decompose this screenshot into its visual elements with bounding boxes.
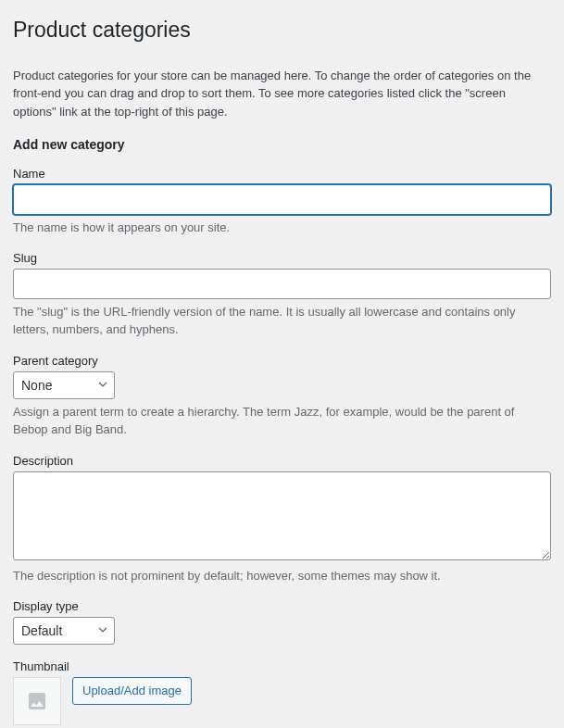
description-field-wrapper: Description The description is not promi… [13,454,551,585]
name-label: Name [13,167,551,181]
display-type-field-wrapper: Display type Default [13,599,551,645]
display-type-label: Display type [13,599,551,613]
description-textarea[interactable] [13,471,551,560]
intro-text: Product categories for your store can be… [13,67,551,121]
page-title: Product categories [13,17,551,44]
form-heading: Add new category [13,137,551,152]
name-field-wrapper: Name The name is how it appears on your … [13,167,551,236]
slug-label: Slug [13,251,551,265]
name-help: The name is how it appears on your site. [13,219,551,237]
placeholder-image-icon [26,690,48,712]
parent-help: Assign a parent term to create a hierarc… [13,403,551,439]
name-input[interactable] [13,184,551,214]
description-label: Description [13,454,551,468]
thumbnail-field-wrapper: Thumbnail Upload/Add image [13,659,551,725]
upload-image-button[interactable]: Upload/Add image [72,677,192,705]
parent-field-wrapper: Parent category None Assign a parent ter… [13,354,551,439]
description-help: The description is not prominent by defa… [13,567,551,585]
parent-label: Parent category [13,354,551,368]
slug-input[interactable] [13,269,551,298]
thumbnail-label: Thumbnail [13,659,551,673]
thumbnail-preview [13,677,61,725]
slug-field-wrapper: Slug The "slug" is the URL-friendly vers… [13,251,551,338]
slug-help: The "slug" is the URL-friendly version o… [13,303,551,339]
display-type-select[interactable]: Default [13,617,115,645]
parent-select[interactable]: None [13,371,115,399]
